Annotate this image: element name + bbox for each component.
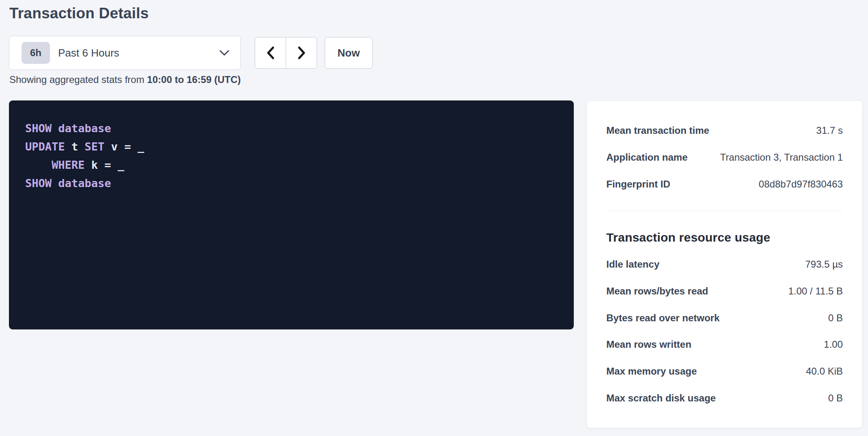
aggregated-stats-text: Showing aggregated stats from 10:00 to 1… bbox=[9, 74, 241, 85]
chevron-down-icon bbox=[219, 49, 230, 57]
prev-time-button[interactable] bbox=[255, 37, 286, 69]
row-label: Max memory usage bbox=[606, 366, 697, 377]
row-label: Max scratch disk usage bbox=[606, 392, 716, 404]
row-label: Bytes read over network bbox=[606, 312, 720, 324]
sql-token: v = _ bbox=[104, 140, 144, 153]
row-value: Transaction 3, Transaction 1 bbox=[720, 152, 843, 163]
resource-row-mean-rows-written: Mean rows written 1.00 bbox=[606, 331, 843, 358]
resource-row-max-scratch-disk-usage: Max scratch disk usage 0 B bbox=[606, 385, 843, 412]
row-label: Fingerprint ID bbox=[606, 179, 670, 190]
summary-row-application-name: Application name Transaction 3, Transact… bbox=[606, 144, 843, 171]
card-divider-block bbox=[606, 197, 843, 224]
row-value: 1.00 bbox=[824, 339, 843, 350]
time-range-selector[interactable]: 6h Past 6 Hours bbox=[9, 36, 241, 70]
row-label: Idle latency bbox=[606, 259, 660, 270]
sql-token: SHOW database bbox=[25, 177, 111, 190]
row-label: Mean rows/bytes read bbox=[606, 286, 708, 297]
resource-usage-heading-block: Transaction resource usage bbox=[606, 224, 843, 251]
row-label: Application name bbox=[606, 152, 688, 163]
transaction-summary-card: Mean transaction time 31.7 s Application… bbox=[586, 100, 863, 428]
sql-statement-text: SHOW database UPDATE t SET v = _ WHERE k… bbox=[25, 119, 558, 192]
sql-token: SHOW database bbox=[25, 122, 111, 135]
row-label: Mean rows written bbox=[606, 339, 691, 350]
chevron-left-icon bbox=[265, 46, 277, 60]
sql-token: k = _ bbox=[85, 159, 124, 171]
summary-row-mean-transaction-time: Mean transaction time 31.7 s bbox=[606, 117, 843, 144]
resource-usage-heading: Transaction resource usage bbox=[606, 231, 770, 244]
sql-token: WHERE bbox=[52, 159, 85, 171]
row-value: 1.00 / 11.5 B bbox=[788, 286, 843, 297]
row-value: 0 B bbox=[828, 312, 843, 324]
card-divider bbox=[606, 211, 843, 211]
sql-token: SET bbox=[85, 140, 104, 153]
sql-token: t bbox=[65, 140, 85, 153]
time-range-label: Past 6 Hours bbox=[58, 47, 119, 59]
row-value: 08d8b7d97f830463 bbox=[759, 179, 843, 190]
resource-row-bytes-read-over-network: Bytes read over network 0 B bbox=[606, 305, 843, 331]
time-controls: 6h Past 6 Hours bbox=[9, 36, 373, 70]
aggregated-stats-prefix: Showing aggregated stats from bbox=[9, 74, 147, 85]
sql-token: UPDATE bbox=[25, 140, 65, 153]
next-time-button[interactable] bbox=[286, 37, 317, 69]
row-value: 40.0 KiB bbox=[806, 366, 843, 377]
chevron-right-icon bbox=[295, 46, 308, 60]
sql-token bbox=[25, 159, 52, 171]
time-nav-group bbox=[255, 37, 317, 69]
row-value: 793.5 µs bbox=[805, 259, 843, 270]
resource-row-mean-rows-bytes-read: Mean rows/bytes read 1.00 / 11.5 B bbox=[606, 278, 843, 305]
row-label: Mean transaction time bbox=[606, 125, 709, 136]
time-range-badge: 6h bbox=[22, 42, 50, 64]
row-value: 0 B bbox=[828, 392, 843, 404]
page-title: Transaction Details bbox=[9, 5, 149, 22]
row-value: 31.7 s bbox=[816, 125, 843, 136]
resource-row-max-memory-usage: Max memory usage 40.0 KiB bbox=[606, 358, 843, 385]
resource-row-idle-latency: Idle latency 793.5 µs bbox=[606, 251, 843, 278]
now-button[interactable]: Now bbox=[325, 37, 373, 69]
transaction-details-page: Transaction Details 6h Past 6 Hours bbox=[0, 0, 868, 436]
summary-row-fingerprint-id: Fingerprint ID 08d8b7d97f830463 bbox=[606, 171, 843, 198]
aggregated-stats-range: 10:00 to 16:59 (UTC) bbox=[147, 74, 241, 85]
sql-statement-box: SHOW database UPDATE t SET v = _ WHERE k… bbox=[9, 100, 574, 329]
